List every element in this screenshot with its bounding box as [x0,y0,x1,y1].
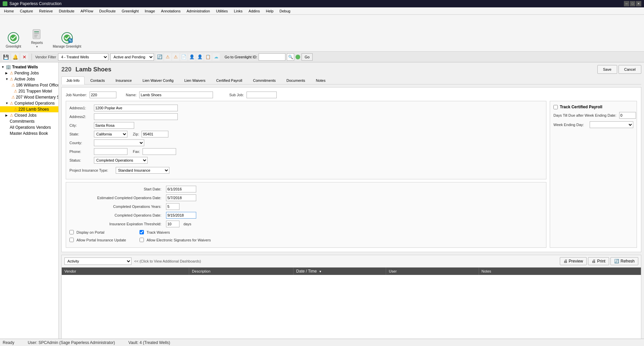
tab-lien-waivers[interactable]: Lien Waivers [179,76,210,84]
tab-lien-waiver-config[interactable]: Lien Waiver Config [138,76,179,84]
est-comp-ops-input[interactable] [166,194,196,201]
restore-button[interactable]: □ [630,1,635,6]
sidebar-item-job-201[interactable]: ⚠ 201 Trappen Motel [0,88,58,94]
sidebar-item-active-jobs[interactable]: ▼ ⚠ Active Jobs [0,76,58,82]
activity-select[interactable]: Activity [64,257,131,265]
tab-insurance[interactable]: Insurance [111,76,137,84]
comp-ops-date-input[interactable] [166,212,196,219]
tab-commitments[interactable]: Commitments [248,76,281,84]
toolbar-refresh-icon[interactable]: 🔄 [156,53,163,61]
status-select-field[interactable]: Completed Operations [94,157,148,164]
sidebar-item-job-207[interactable]: ⚠ 207 Wood Elementary Sc... [0,94,58,100]
sidebar-item-closed-jobs[interactable]: ▶ ⚠ Closed Jobs [0,112,58,118]
menu-apflow[interactable]: APFlow [78,8,96,14]
name-input[interactable] [139,92,213,98]
sidebar: ▼ 🏢 Treated Wells ▶ ⚠ Pending Jobs ▼ ⚠ A… [0,62,59,339]
go-button[interactable]: Go [302,53,313,61]
tab-contacts[interactable]: Contacts [85,76,110,84]
allow-portal-ins-checkbox[interactable] [69,238,74,242]
ins-exp-threshold-input[interactable] [166,221,179,227]
start-date-input[interactable] [166,186,196,192]
refresh-button[interactable]: 🔄 Refresh [610,257,638,265]
col-description[interactable]: Description [189,268,293,275]
menu-utilities[interactable]: Utilities [213,8,230,14]
project-ins-select[interactable]: Standard Insurance [116,167,169,174]
phone-input[interactable] [94,148,127,155]
tab-job-info[interactable]: Job Info [61,76,85,84]
go-search-button[interactable]: 🔍 [287,53,294,61]
minimize-button[interactable]: ─ [624,1,629,6]
sidebar-item-master-address[interactable]: Master Address Book [0,130,58,136]
fax-input[interactable] [143,148,176,155]
col-notes[interactable]: Notes [479,268,641,275]
job-207-label: 207 Wood Elementary Sc... [16,95,59,100]
print-button[interactable]: 🖨 Print [588,257,609,265]
menu-capture[interactable]: Capture [17,8,36,14]
close-toolbar-button[interactable]: ✕ [21,53,28,61]
track-waivers-checkbox[interactable] [140,230,144,234]
sidebar-item-completed-operations[interactable]: ▼ ⚠ Completed Operations [0,100,58,106]
col-vendor[interactable]: Vendor [62,268,189,275]
project-ins-row: Project Insurance Type: Standard Insuran… [69,167,543,174]
col-user[interactable]: User [386,268,479,275]
state-select[interactable]: California [94,131,127,137]
tab-notes[interactable]: Notes [311,76,331,84]
toolbar-person2-icon[interactable]: 👤 [196,53,204,61]
toolbar-doc-icon[interactable]: 📄 [180,53,187,61]
sidebar-item-all-ops-vendors[interactable]: All Operations Vendors [0,124,58,130]
menu-docroute[interactable]: DocRoute [97,8,118,14]
menu-links[interactable]: Links [231,8,245,14]
sub-job-input[interactable] [247,92,277,98]
track-certified-payroll-checkbox[interactable] [553,105,558,109]
ribbon-reports-button[interactable]: Reports ▼ [27,26,47,50]
ribbon-greenlight-button[interactable]: Greenlight [3,30,24,50]
week-ending-day-select[interactable] [590,121,633,128]
sidebar-item-commitments[interactable]: Commitments [0,118,58,124]
ribbon-manage-greenlight-button[interactable]: ✎ Manage Greenlight [50,30,84,50]
menu-retrieve[interactable]: Retrieve [36,8,55,14]
menu-addins[interactable]: Addins [246,8,263,14]
sidebar-item-treated-wells[interactable]: ▼ 🏢 Treated Wells [0,64,58,70]
toolbar-doc2-icon[interactable]: 📋 [204,53,212,61]
status-filter-select[interactable]: Active and Pending [110,53,154,61]
window-controls[interactable]: ─ □ ✕ [624,1,641,6]
toolbar-person-icon[interactable]: 👤 [188,53,196,61]
sidebar-item-job-186[interactable]: ⚠ 186 Williams Post Office [0,82,58,88]
go-to-input[interactable] [259,53,285,61]
zip-input[interactable] [142,131,168,137]
city-input[interactable] [94,122,134,129]
job-number-input[interactable] [90,92,116,98]
county-select[interactable] [94,139,144,146]
toolbar-warning2-icon[interactable]: ⚠ [172,53,179,61]
cancel-button[interactable]: Cancel [619,65,641,74]
allow-elec-sign-checkbox[interactable] [140,238,144,242]
sidebar-item-pending-jobs[interactable]: ▶ ⚠ Pending Jobs [0,70,58,76]
display-on-portal-checkbox[interactable] [69,230,74,234]
menu-administration[interactable]: Administration [184,8,213,14]
job-header: 220 Lamb Shoes Save Cancel [61,65,641,74]
save-button[interactable]: Save [597,65,617,74]
address1-input[interactable] [94,105,178,111]
menu-debug[interactable]: Debug [277,8,293,14]
toolbar-warning-icon[interactable]: ⚠ [164,53,171,61]
tab-certified-payroll[interactable]: Certified Payroll [211,76,248,84]
job-number-row: Job Number: Name: Sub Job: [66,92,637,98]
menu-image[interactable]: Image [142,8,158,14]
sidebar-item-job-220[interactable]: ⚠ 220 Lamb Shoes [0,106,58,112]
save-toolbar-button[interactable]: 💾 [2,53,9,61]
menu-help[interactable]: Help [263,8,276,14]
menu-greenlight[interactable]: Greenlight [119,8,142,14]
preview-button[interactable]: 🖨 Preview [560,257,587,265]
vendor-filter-select[interactable]: 4 - Treated Wells [58,53,108,61]
comp-ops-years-input[interactable] [166,203,179,210]
toolbar-cloud-icon[interactable]: ☁ [212,53,220,61]
tab-documents[interactable]: Documents [281,76,310,84]
menu-annotations[interactable]: Annotations [158,8,183,14]
notifications-button[interactable]: 🔔 [11,53,19,61]
menu-home[interactable]: Home [1,8,16,14]
address2-input[interactable] [94,113,178,120]
menu-distribute[interactable]: Distribute [56,8,77,14]
close-window-button[interactable]: ✕ [636,1,641,6]
col-datetime[interactable]: Date / Time ▼ [293,268,386,275]
days-till-due-input[interactable] [619,112,636,119]
